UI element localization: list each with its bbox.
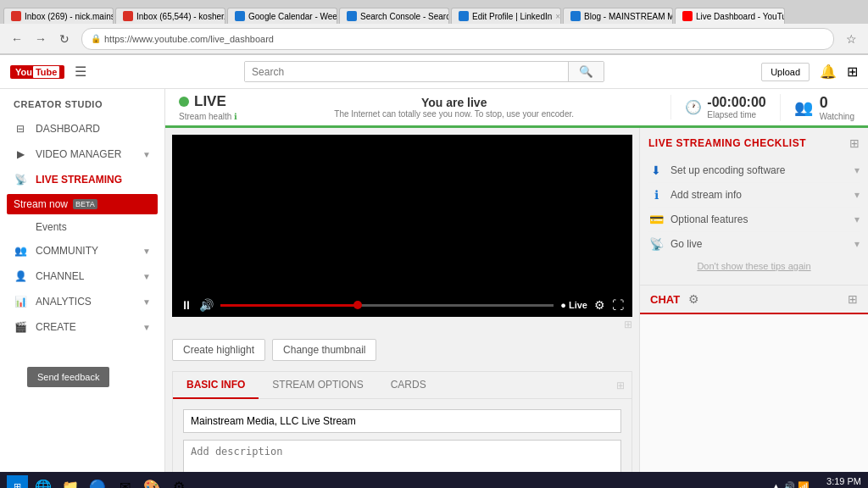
sidebar-item-community[interactable]: 👥 COMMUNITY ▼	[0, 238, 164, 263]
browser-tab-calendar[interactable]: Google Calendar - Week ... ×	[227, 8, 337, 24]
pause-button[interactable]: ⏸	[181, 298, 192, 312]
browser-tab-search[interactable]: Search Console - Search ... ×	[339, 8, 449, 24]
browser-tab-inbox2[interactable]: Inbox (65,544) - kosher.b... ×	[115, 8, 225, 24]
video-player: ⏸ 🔊 ● Live ⚙ ⛶	[172, 135, 632, 317]
video-icon: ▶	[14, 148, 27, 160]
dont-show-tips: Don't show these tips again	[648, 256, 860, 276]
stream-title-input[interactable]	[183, 409, 621, 433]
browser-tab-linkedin[interactable]: Edit Profile | LinkedIn ×	[451, 8, 561, 24]
refresh-button[interactable]: ↻	[54, 29, 75, 49]
taskbar-mail-icon[interactable]: ✉	[113, 474, 136, 488]
stream-description-input[interactable]	[183, 440, 621, 472]
ssl-icon: 🔒	[91, 34, 101, 43]
stream-now-active[interactable]: Stream now BETA	[7, 194, 158, 214]
sidebar-item-events[interactable]: Events	[0, 216, 164, 238]
checklist-item-text: Optional features	[670, 214, 848, 225]
browser-toolbar: ← → ↻ 🔒 https://www.youtube.com/live_das…	[0, 24, 868, 54]
sidebar-item-label: ANALYTICS	[36, 296, 92, 308]
beta-badge: BETA	[73, 199, 97, 209]
tray-icons: ▲ 🔊 📶	[771, 481, 810, 489]
browser-tabs: Inbox (269) - nick.mainst... × Inbox (65…	[0, 0, 868, 24]
tab-favicon	[347, 11, 357, 21]
hamburger-menu[interactable]: ☰	[75, 64, 86, 80]
checklist-grid-icon[interactable]: ⊞	[849, 136, 860, 150]
optional-icon: 💳	[648, 213, 664, 226]
sidebar-item-dashboard[interactable]: ⊟ DASHBOARD	[0, 116, 164, 141]
you-are-live-heading: You are live	[251, 96, 657, 109]
checklist-item-encoding: ⬇ Set up encoding software ▾	[648, 158, 860, 183]
fullscreen-button[interactable]: ⛶	[612, 298, 624, 312]
taskbar-clock: 3:19 PM 9/28/2015	[813, 476, 861, 488]
bookmark-button[interactable]: ☆	[841, 29, 861, 49]
chat-tab[interactable]: CHAT	[650, 293, 680, 306]
browser-tab-inbox1[interactable]: Inbox (269) - nick.mainst... ×	[3, 8, 114, 24]
sidebar-item-create[interactable]: 🎬 CREATE ▼	[0, 314, 164, 340]
youtube-search-button[interactable]: 🔍	[568, 62, 604, 81]
dont-show-link[interactable]: Don't show these tips again	[697, 261, 810, 271]
expand-icon[interactable]: ▾	[854, 164, 860, 176]
tab-stream-options[interactable]: STREAM OPTIONS	[259, 372, 376, 399]
tab-close[interactable]: ×	[552, 12, 560, 21]
elapsed-label: Elapsed time	[707, 110, 765, 119]
progress-fill	[220, 304, 353, 307]
chat-body	[640, 314, 868, 472]
expand-icon[interactable]: ▾	[854, 214, 860, 225]
channel-icon: 👤	[14, 270, 27, 282]
tab-cards[interactable]: CARDS	[377, 372, 440, 399]
tab-favicon	[570, 11, 581, 21]
browser-tab-blog[interactable]: Blog - MAINSTREAM ME... ×	[563, 8, 673, 24]
sidebar-item-video-manager[interactable]: ▶ VIDEO MANAGER ▼	[0, 141, 164, 167]
expand-icon[interactable]: ▾	[854, 189, 860, 201]
back-button[interactable]: ←	[7, 29, 27, 49]
grid-icon[interactable]: ⊞	[624, 319, 632, 330]
tab-label: Live Dashboard - YouTu...	[696, 12, 785, 21]
tab-basic-info[interactable]: BASIC INFO	[173, 372, 259, 399]
create-icon: 🎬	[14, 321, 27, 333]
community-icon: 👥	[14, 245, 27, 257]
checklist-item-text: Go live	[670, 238, 848, 250]
live-badge: ● Live	[560, 300, 587, 310]
golive-icon: 📡	[648, 237, 664, 251]
chat-grid-icon[interactable]: ⊞	[848, 292, 858, 306]
stream-now-label: Stream now	[14, 198, 68, 210]
chat-section: CHAT ⚙ ⊞	[640, 286, 868, 472]
youtube-logo[interactable]: YouTube	[10, 65, 64, 79]
sidebar-item-live-streaming[interactable]: 📡 LIVE STREAMING	[0, 167, 164, 192]
progress-bar[interactable]	[220, 304, 554, 307]
taskbar-app-icon[interactable]: ⚙	[167, 474, 191, 488]
taskbar-chrome-icon[interactable]: 🔵	[86, 474, 109, 488]
start-button[interactable]: ⊞	[7, 475, 28, 488]
sidebar-item-channel[interactable]: 👤 CHANNEL ▼	[0, 263, 164, 289]
apps-button[interactable]: ⊞	[847, 64, 858, 80]
tab-label: Blog - MAINSTREAM ME...	[584, 12, 673, 21]
taskbar-folder-icon[interactable]: 📁	[58, 474, 82, 488]
taskbar-ie-icon[interactable]: 🌐	[31, 474, 55, 488]
checklist-item-golive: 📡 Go live ▾	[648, 232, 860, 256]
address-bar[interactable]: 🔒 https://www.youtube.com/live_dashboard	[81, 28, 834, 50]
video-controls: ⏸ 🔊 ● Live ⚙ ⛶	[172, 293, 632, 317]
live-streaming-icon: 📡	[14, 174, 27, 186]
tab-grid-icon[interactable]: ⊞	[616, 380, 625, 391]
encoding-icon: ⬇	[648, 164, 664, 177]
taskbar: ⊞ 🌐 📁 🔵 ✉ 🎨 ⚙ ▲ 🔊 📶 3:19 PM 9/28/2015	[0, 472, 868, 488]
youtube-search-input[interactable]	[245, 62, 567, 81]
forward-button[interactable]: →	[31, 29, 51, 49]
right-panel: LIVE STREAMING CHECKLIST ⊞ ⬇ Set up enco…	[639, 128, 868, 472]
progress-thumb	[353, 301, 362, 309]
notification-button[interactable]: 🔔	[820, 64, 837, 80]
browser-tab-youtube-live[interactable]: Live Dashboard - YouTu... ×	[675, 8, 785, 24]
taskbar-ps-icon[interactable]: 🎨	[140, 474, 164, 488]
sidebar-item-label: LIVE STREAMING	[36, 174, 122, 186]
settings-button[interactable]: ⚙	[594, 298, 605, 312]
tabs-section: BASIC INFO STREAM OPTIONS CARDS ⊞ Catego…	[172, 371, 632, 472]
expand-icon[interactable]: ▾	[854, 238, 860, 250]
chat-settings-icon[interactable]: ⚙	[688, 292, 699, 306]
upload-button[interactable]: Upload	[761, 63, 810, 81]
you-are-live-subtext: The Internet can totally see you now. To…	[251, 109, 657, 119]
create-highlight-button[interactable]: Create highlight	[172, 339, 265, 361]
send-feedback-button[interactable]: Send feedback	[27, 367, 109, 387]
change-thumbnail-button[interactable]: Change thumbnail	[272, 339, 376, 361]
volume-button[interactable]: 🔊	[199, 298, 214, 312]
sidebar-item-analytics[interactable]: 📊 ANALYTICS ▼	[0, 289, 164, 314]
checklist-header: LIVE STREAMING CHECKLIST ⊞	[648, 136, 860, 150]
